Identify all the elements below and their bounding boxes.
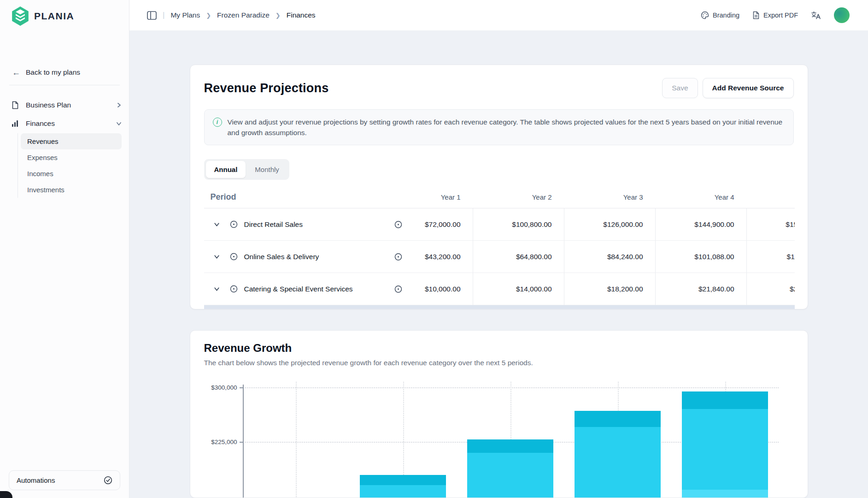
year-header: Year 4	[655, 193, 746, 201]
cell-value[interactable]: $126,000.00	[603, 220, 643, 229]
bar-segment[interactable]	[360, 485, 446, 498]
cell-value[interactable]: $24,024.00	[790, 285, 795, 293]
chevron-right-icon: ❯	[276, 12, 281, 19]
sidebar-item-expenses[interactable]: Expenses	[21, 149, 122, 166]
cell-value[interactable]: $159,390.00	[786, 220, 794, 229]
cell-value[interactable]: $18,200.00	[607, 285, 643, 293]
y-axis-tick-label: $225,000	[205, 439, 237, 445]
tab-annual[interactable]: Annual	[206, 161, 246, 178]
bar-segment[interactable]	[575, 411, 661, 427]
y-axis-tick	[240, 387, 243, 388]
export-pdf-label: Export PDF	[763, 12, 798, 19]
breadcrumb-separator: |	[163, 11, 164, 20]
cell-value[interactable]: $100,800.00	[512, 220, 551, 229]
bar-segment[interactable]	[682, 409, 768, 490]
sidebar-item-investments[interactable]: Investments	[21, 182, 122, 198]
back-label: Back to my plans	[26, 68, 80, 77]
cell-value[interactable]: $144,900.00	[694, 220, 734, 229]
table-header-row: Period Year 1 Year 2 Year 3 Year 4 Year …	[204, 186, 795, 208]
projections-table: Period Year 1 Year 2 Year 3 Year 4 Year …	[204, 186, 795, 309]
period-tabs: Annual Monthly	[204, 159, 289, 180]
breadcrumb-my-plans[interactable]: My Plans	[170, 11, 200, 19]
table-row: Catering & Special Event Services $10,00…	[204, 273, 795, 305]
tab-monthly[interactable]: Monthly	[246, 161, 287, 178]
cell-value[interactable]: $72,000.00	[425, 220, 461, 229]
revenue-growth-card: Revenue Growth The chart below shows the…	[190, 330, 808, 498]
chat-widget-bubble[interactable]	[0, 491, 12, 498]
chevron-down-icon	[116, 121, 122, 126]
growth-rate-icon[interactable]	[394, 220, 402, 228]
table-row: Online Sales & Delivery $43,200.00 $64,8…	[204, 241, 795, 273]
topbar: | My Plans ❯ Frozen Paradize ❯ Finances …	[129, 0, 868, 31]
sidebar-toggle-button[interactable]	[147, 11, 157, 20]
revenue-source-name: Direct Retail Sales	[244, 220, 303, 229]
check-circle-icon	[104, 476, 112, 485]
export-pdf-button[interactable]: Export PDF	[752, 11, 798, 19]
back-to-plans-link[interactable]: ← Back to my plans	[12, 68, 118, 77]
chevron-right-icon: ❯	[206, 12, 211, 19]
brand-wordmark: PLANIA	[34, 11, 74, 22]
brand-logo[interactable]: PLANIA	[0, 0, 129, 26]
cell-value[interactable]: $43,200.00	[425, 253, 461, 261]
branding-button[interactable]: Branding	[701, 11, 739, 19]
breadcrumb-plan-name[interactable]: Frozen Paradize	[217, 11, 270, 19]
bar-segment[interactable]	[682, 490, 768, 498]
cell-value[interactable]: $101,088.00	[694, 253, 734, 261]
cell-value[interactable]: $111,196.80	[787, 253, 795, 261]
info-banner-text: View and adjust your revenue projections…	[228, 117, 785, 138]
bar-segment[interactable]	[575, 427, 661, 498]
avatar[interactable]	[834, 7, 850, 23]
period-header: Period	[204, 192, 381, 202]
row-expand-button[interactable]	[211, 250, 223, 263]
sidebar-item-business-plan[interactable]: Business Plan	[11, 96, 122, 114]
vertical-gridline	[296, 382, 297, 498]
row-expand-button[interactable]	[211, 283, 223, 296]
year-header: Year 5	[746, 193, 795, 201]
year-header: Year 2	[473, 193, 564, 201]
y-axis-line	[243, 385, 244, 498]
translate-button[interactable]	[811, 11, 821, 20]
cell-value[interactable]: $64,800.00	[516, 253, 552, 261]
category-info-icon[interactable]	[230, 285, 238, 293]
revenue-source-name: Online Sales & Delivery	[244, 253, 319, 261]
growth-rate-icon[interactable]	[394, 285, 402, 293]
y-axis-tick	[240, 442, 243, 443]
add-revenue-source-button[interactable]: Add Revenue Source	[703, 78, 794, 98]
cell-value[interactable]: $84,240.00	[607, 253, 643, 261]
save-button[interactable]: Save	[662, 78, 698, 98]
sidebar-divider	[9, 85, 120, 85]
year-header: Year 1	[381, 193, 473, 201]
growth-rate-icon[interactable]	[394, 253, 402, 261]
bar-segment[interactable]	[467, 453, 553, 498]
sidebar-item-label: Finances	[26, 119, 110, 128]
automations-button[interactable]: Automations	[9, 470, 120, 490]
cell-value[interactable]: $10,000.00	[425, 285, 461, 293]
total-revenue-row: Total Revenue $125,200.00 $179,600.00 $2…	[204, 305, 795, 309]
automations-label: Automations	[17, 476, 55, 484]
breadcrumb: | My Plans ❯ Frozen Paradize ❯ Finances	[147, 11, 316, 20]
plania-hexagon-icon	[11, 6, 29, 26]
y-axis-tick-label: $300,000	[205, 384, 237, 391]
topbar-actions: Branding Export PDF	[701, 7, 850, 23]
bar-chart-icon	[11, 120, 19, 127]
info-icon: i	[213, 118, 222, 127]
revenue-projections-card: Revenue Projections Save Add Revenue Sou…	[190, 65, 808, 309]
sidebar-item-incomes[interactable]: Incomes	[21, 166, 122, 182]
page-content: Revenue Projections Save Add Revenue Sou…	[129, 31, 868, 498]
revenue-source-name: Catering & Special Event Services	[244, 285, 353, 293]
bar-segment[interactable]	[467, 439, 553, 453]
category-info-icon[interactable]	[230, 253, 238, 261]
cell-value[interactable]: $21,840.00	[698, 285, 734, 293]
bar-segment[interactable]	[360, 475, 446, 485]
sidebar-nav: Business Plan Finances Revenues Expenses…	[0, 96, 129, 198]
sidebar: PLANIA ← Back to my plans Business Plan	[0, 0, 129, 498]
revenue-growth-chart: $300,000$225,000	[204, 374, 795, 498]
category-info-icon[interactable]	[230, 220, 238, 228]
row-expand-button[interactable]	[211, 218, 223, 231]
main-area: | My Plans ❯ Frozen Paradize ❯ Finances …	[129, 0, 868, 498]
branding-label: Branding	[713, 12, 739, 19]
sidebar-item-revenues[interactable]: Revenues	[21, 133, 122, 149]
cell-value[interactable]: $14,000.00	[516, 285, 552, 293]
bar-segment[interactable]	[682, 391, 768, 409]
sidebar-item-finances[interactable]: Finances	[11, 115, 122, 132]
